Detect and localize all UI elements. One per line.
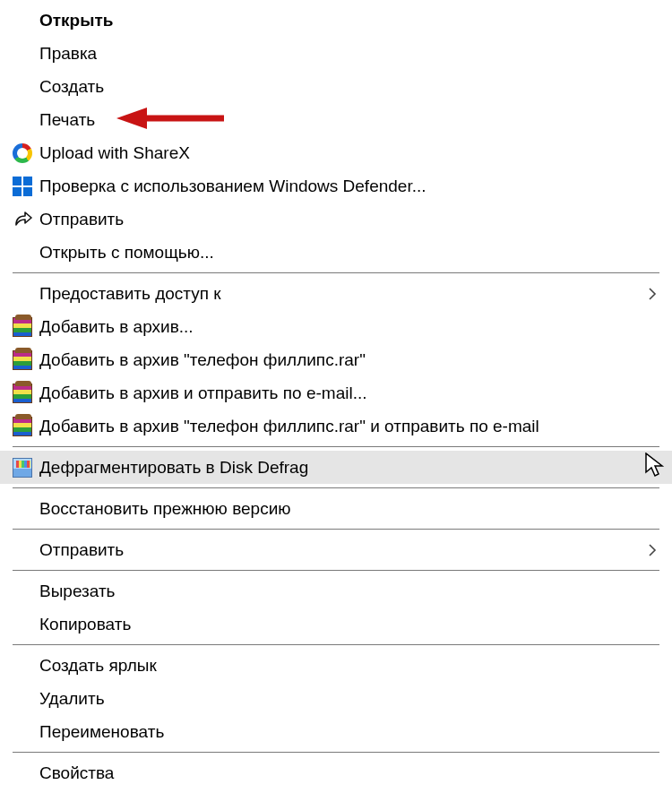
menu-item[interactable]: Создать ярлык: [0, 649, 672, 682]
menu-item-label: Добавить в архив "телефон филлипс.rar" и…: [39, 417, 659, 436]
sharex-icon: [13, 142, 39, 164]
menu-item-label: Предоставить доступ к: [39, 284, 645, 304]
menu-item[interactable]: Отправить: [0, 533, 672, 566]
icon-empty: [13, 283, 39, 305]
menu-item-label: Upload with ShareX: [39, 143, 659, 163]
defrag-icon: [13, 457, 39, 478]
icon-empty: [13, 498, 39, 520]
icon-empty: [13, 721, 39, 743]
winrar-icon: [13, 316, 39, 338]
menu-item-label: Удалить: [39, 689, 659, 709]
menu-item-label: Восстановить прежнюю версию: [39, 499, 659, 519]
menu-item-label: Добавить в архив и отправить по e-mail..…: [39, 384, 659, 403]
menu-item-label: Создать: [39, 77, 659, 97]
menu-item-label: Копировать: [39, 615, 659, 634]
menu-item[interactable]: Свойства: [0, 756, 672, 789]
menu-item-label: Добавить в архив...: [39, 317, 659, 337]
menu-separator: [13, 272, 659, 273]
menu-item[interactable]: Копировать: [0, 608, 672, 641]
icon-empty: [13, 539, 39, 561]
menu-item[interactable]: Открыть: [0, 4, 672, 37]
context-menu: ОткрытьПравкаСоздатьПечатьUpload with Sh…: [0, 0, 672, 789]
menu-item[interactable]: Открыть с помощью...: [0, 236, 672, 269]
winrar-icon: [13, 383, 39, 404]
menu-separator: [13, 487, 659, 488]
icon-empty: [13, 688, 39, 710]
menu-item[interactable]: Добавить в архив "телефон филлипс.rar": [0, 343, 672, 376]
icon-empty: [13, 10, 39, 31]
menu-item-label: Печать: [39, 110, 659, 130]
icon-empty: [13, 763, 39, 784]
menu-item-label: Дефрагментировать в Disk Defrag: [39, 458, 659, 478]
menu-separator: [13, 570, 659, 571]
winrar-icon: [13, 349, 39, 371]
menu-item[interactable]: Создать: [0, 70, 672, 103]
icon-empty: [13, 242, 39, 263]
menu-item[interactable]: Отправить: [0, 203, 672, 236]
menu-item-label: Правка: [39, 44, 659, 64]
icon-empty: [13, 655, 39, 677]
menu-item-label: Отправить: [39, 540, 645, 560]
menu-item[interactable]: Добавить в архив "телефон филлипс.rar" и…: [0, 409, 672, 443]
menu-item[interactable]: Добавить в архив и отправить по e-mail..…: [0, 376, 672, 409]
menu-item[interactable]: Переименовать: [0, 715, 672, 748]
menu-item-label: Создать ярлык: [39, 656, 659, 676]
menu-item[interactable]: Правка: [0, 37, 672, 70]
icon-empty: [13, 76, 39, 98]
icon-empty: [13, 581, 39, 602]
menu-item[interactable]: Восстановить прежнюю версию: [0, 492, 672, 525]
icon-empty: [13, 109, 39, 131]
menu-item[interactable]: Вырезать: [0, 574, 672, 608]
menu-item-label: Открыть: [39, 11, 659, 30]
menu-item[interactable]: Печать: [0, 103, 672, 136]
menu-item-label: Добавить в архив "телефон филлипс.rar": [39, 350, 659, 370]
menu-item[interactable]: Добавить в архив...: [0, 310, 672, 343]
menu-item-label: Свойства: [39, 763, 659, 783]
menu-item[interactable]: Проверка с использованием Windows Defend…: [0, 169, 672, 203]
chevron-right-icon: [645, 287, 659, 301]
menu-item-label: Вырезать: [39, 582, 659, 601]
menu-separator: [13, 446, 659, 447]
menu-separator: [13, 644, 659, 645]
menu-item[interactable]: Удалить: [0, 682, 672, 715]
menu-item[interactable]: Upload with ShareX: [0, 136, 672, 169]
icon-empty: [13, 43, 39, 65]
menu-item-label: Отправить: [39, 210, 659, 229]
menu-item-label: Переименовать: [39, 722, 659, 742]
chevron-right-icon: [645, 543, 659, 557]
menu-item-label: Открыть с помощью...: [39, 243, 659, 263]
winrar-icon: [13, 416, 39, 437]
menu-item[interactable]: Дефрагментировать в Disk Defrag: [0, 451, 672, 484]
defender-icon: [13, 176, 39, 197]
icon-empty: [13, 614, 39, 635]
menu-separator: [13, 752, 659, 753]
menu-separator: [13, 529, 659, 530]
menu-item-label: Проверка с использованием Windows Defend…: [39, 177, 659, 196]
menu-item[interactable]: Предоставить доступ к: [0, 277, 672, 310]
share-arrow-icon: [13, 209, 39, 230]
